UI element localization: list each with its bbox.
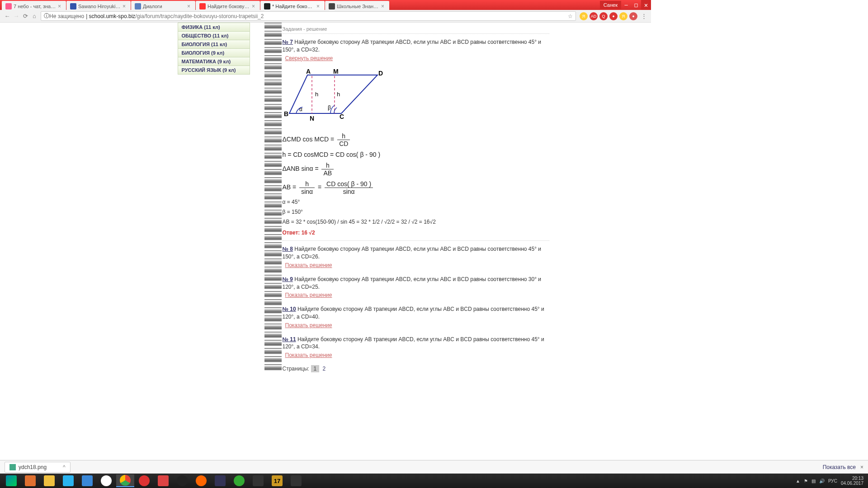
calc-line: β = 150° xyxy=(283,209,549,215)
close-icon[interactable]: × xyxy=(252,3,256,9)
back-icon[interactable]: ← xyxy=(3,13,12,19)
sidebar-item[interactable]: БИОЛОГИЯ (9 кл) xyxy=(178,49,250,57)
sidebar-item[interactable]: РУССКИЙ ЯЗЫК (9 кл) xyxy=(178,66,250,74)
tab-2[interactable]: Диалоги× xyxy=(131,1,195,10)
url-path: /gia/forum/trapc/naydite-bokovuyu-storon… xyxy=(135,13,264,19)
svg-text:A: A xyxy=(306,68,311,75)
close-icon[interactable]: × xyxy=(316,3,321,9)
spiral-binding xyxy=(264,23,282,370)
url-input[interactable]: ⓘ Не защищено | school.umk-spo.biz /gia/… xyxy=(41,11,576,21)
task-10: № 10 Найдите боковую сторону AB трапеции… xyxy=(283,305,549,329)
task-11: № 11 Найдите боковую сторону AB трапеции… xyxy=(283,336,549,359)
svg-text:D: D xyxy=(378,70,383,77)
svg-text:N: N xyxy=(310,115,314,122)
task-number[interactable]: № 11 xyxy=(283,336,296,343)
sidebar-item[interactable]: МАТЕМАТИКА (9 кл) xyxy=(178,57,250,66)
address-bar: ← → ⟳ ⌂ ⓘ Не защищено | school.umk-spo.b… xyxy=(0,10,651,23)
user-badge[interactable]: Санек xyxy=(600,1,621,9)
task-number[interactable]: № 8 xyxy=(283,246,293,252)
close-icon[interactable]: × xyxy=(381,3,386,9)
task-number[interactable]: № 7 xyxy=(283,39,293,45)
svg-text:h: h xyxy=(315,91,318,98)
svg-text:M: M xyxy=(333,68,339,75)
section-title: Задания - решение xyxy=(283,24,549,34)
task-number[interactable]: № 9 xyxy=(283,276,293,282)
svg-text:α: α xyxy=(299,106,302,113)
sidebar-item[interactable]: ОБЩЕСТВО (11 кл) xyxy=(178,32,250,40)
svg-text:h: h xyxy=(337,91,340,98)
maximize-button[interactable]: □ xyxy=(631,0,641,10)
close-icon[interactable]: × xyxy=(123,3,127,9)
page-link[interactable]: 2 xyxy=(323,366,326,370)
task-8: № 8 Найдите боковую сторону AB трапеции … xyxy=(283,240,549,269)
svg-text:C: C xyxy=(340,113,344,120)
home-icon[interactable]: ⌂ xyxy=(30,13,39,19)
show-solution-link[interactable]: Показать решение xyxy=(285,352,332,359)
close-icon[interactable]: × xyxy=(187,3,192,9)
svg-marker-0 xyxy=(289,75,377,113)
ext-icon[interactable]: ● xyxy=(609,12,618,20)
menu-icon[interactable]: ⋮ xyxy=(639,13,648,19)
ext-icon[interactable]: Q xyxy=(599,12,608,20)
show-solution-link[interactable]: Показать решение xyxy=(285,262,332,269)
tab-0[interactable]: 7 небо - чат, знакомств× xyxy=(2,1,66,10)
pagination: Страницы: 1 2 xyxy=(283,366,549,370)
formula: ΔANB sinα = hAB xyxy=(283,162,549,177)
ext-icon[interactable]: Я xyxy=(619,12,627,20)
formula: h = CD cosMCD = CD cos( β - 90 ) xyxy=(283,151,549,158)
sidebar-item[interactable]: ФИЗИКА (11 кл) xyxy=(178,23,250,32)
collapse-link[interactable]: Свернуть решение xyxy=(285,55,333,62)
page-current: 1 xyxy=(311,365,320,370)
close-icon[interactable]: × xyxy=(58,3,62,9)
trapezoid-diagram: A M D B N C h h α β xyxy=(283,68,387,127)
task-number[interactable]: № 10 xyxy=(283,306,296,312)
url-host: school.umk-spo.biz xyxy=(89,13,136,19)
calc-line: α = 45° xyxy=(283,199,549,205)
tab-1[interactable]: Sawano Hiroyuki & В× xyxy=(66,1,131,10)
bookmark-icon[interactable]: ☆ xyxy=(568,13,573,19)
task-7: № 7 Найдите боковую сторону AB трапеции … xyxy=(283,38,549,62)
ext-icon[interactable]: ● xyxy=(629,12,637,20)
formula: AB = hsinα = CD cos( β - 90 )sinα xyxy=(283,180,549,195)
sidebar-item[interactable]: БИОЛОГИЯ (11 кл) xyxy=(178,40,250,49)
svg-text:B: B xyxy=(284,110,288,117)
reload-icon[interactable]: ⟳ xyxy=(21,13,30,19)
tab-5[interactable]: Школьные Знания.com× xyxy=(325,1,389,10)
ext-icon[interactable]: Я xyxy=(580,12,588,20)
task-text: Найдите боковую сторону AB трапеции ABCD… xyxy=(283,39,541,53)
answer: Ответ: 16 √2 xyxy=(283,230,549,236)
info-icon: ⓘ xyxy=(44,12,49,20)
task-9: № 9 Найдите боковую сторону AB трапеции … xyxy=(283,276,549,299)
tab-4[interactable]: * Найдите боковую сто× xyxy=(260,1,325,10)
forward-icon[interactable]: → xyxy=(12,13,21,19)
ext-icon[interactable]: AD xyxy=(590,12,598,20)
security-label: Не защищено xyxy=(49,13,84,19)
formula: ΔCMD cos MCD = hCD xyxy=(283,132,549,147)
show-solution-link[interactable]: Показать решение xyxy=(285,322,332,329)
show-solution-link[interactable]: Показать решение xyxy=(285,291,332,299)
tabs-bar: 7 небо - чат, знакомств× Sawano Hiroyuki… xyxy=(0,0,651,10)
minimize-button[interactable]: — xyxy=(621,0,631,10)
svg-text:β: β xyxy=(328,104,331,111)
close-window-button[interactable]: ✕ xyxy=(641,0,651,10)
tab-3[interactable]: Найдите боковую стор× xyxy=(196,1,260,10)
calc-line: AB = 32 * cos(150-90) / sin 45 = 32 * 1/… xyxy=(283,219,549,225)
